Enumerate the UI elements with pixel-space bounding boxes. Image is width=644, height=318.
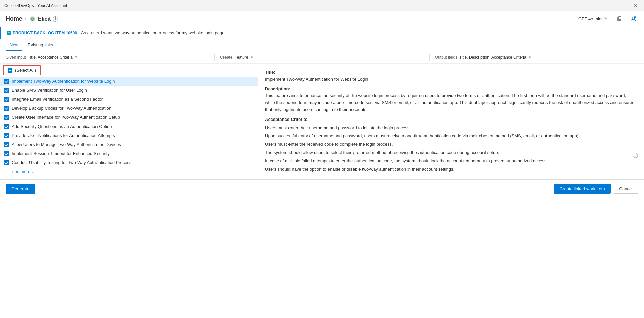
output-fields-group: Output fields Title, Description, Accept… [435,55,638,60]
acceptance-criteria-label: Acceptance Criteria: [265,117,307,122]
given-input-value: Title, Acceptance Criteria [28,55,73,60]
header-left: Home › Elicit i [6,15,58,22]
control-separator-1 [214,54,215,61]
cancel-button[interactable]: Cancel [614,184,638,194]
work-item-link[interactable]: PRODUCT BACKLOG ITEM 10606 [7,31,77,35]
description-label: Description: [265,86,291,91]
svg-rect-11 [8,33,10,33]
description-text: This feature aims to enhance the securit… [265,93,634,112]
tab-new[interactable]: New [6,39,22,51]
given-input-edit-icon[interactable]: ✎ [75,55,78,60]
criteria-item-2: Upon successful entry of username and pa… [265,133,637,140]
list-item[interactable]: Allow Users to Manage Two-Way Authentica… [0,140,258,149]
detail-pane: Title: Implement Two-Way Authentication … [258,64,644,179]
svg-text:1: 1 [635,16,636,18]
criteria-list: Users must enter their username and pass… [265,125,637,173]
list-item[interactable]: Develop Backup Codes for Two-Way Authent… [0,104,258,113]
item-checkbox-6[interactable] [4,124,9,129]
list-item[interactable]: Create User Interface for Two-Way Authen… [0,113,258,122]
select-all-label: (Select All) [15,68,36,73]
item-label-4: Develop Backup Codes for Two-Way Authent… [12,106,111,111]
tab-existing-links[interactable]: Existing links [24,39,57,51]
list-pane: (Select All) Implement Two-Way Authentic… [0,64,258,179]
criteria-item-1: Users must enter their username and pass… [265,125,637,132]
work-item-title: As a user I want two way authentication … [81,30,225,35]
create-group: Create Feature ✎ [220,55,424,60]
item-label-7: Provide User Notifications for Authentic… [12,133,115,138]
title-bar-text: Copilot4DevOps - Your AI Assistant [4,3,67,8]
item-checkbox-8[interactable] [4,142,9,147]
breadcrumb-current-text: Elicit [38,16,51,22]
gpt-selector[interactable]: GPT 4o mini [576,15,610,23]
header: Home › Elicit i GPT 4o mini [0,11,644,27]
create-edit-icon[interactable]: ✎ [250,55,254,60]
list-item[interactable]: Integrate Email Verification as a Second… [0,95,258,104]
create-value: Feature [234,55,248,60]
header-right: GPT 4o mini 1 [576,14,638,24]
item-checkbox-4[interactable] [4,106,9,111]
title-label: Title: [265,70,275,75]
output-fields-label: Output fields [435,55,457,60]
item-checkbox-2[interactable] [4,88,9,93]
detail-description-block: Description: This feature aims to enhanc… [265,86,637,113]
main-panes: (Select All) Implement Two-Way Authentic… [0,64,644,179]
list-item[interactable]: Enable SMS Verification for User Login [0,86,258,95]
user-icon-button[interactable]: 1 [628,14,638,24]
product-backlog-icon [7,31,11,35]
work-item-bar: PRODUCT BACKLOG ITEM 10606 As a user I w… [0,27,644,39]
select-all-checkbox[interactable] [8,68,12,73]
footer-right: Create linked work item Cancel [554,184,638,194]
detail-section: Title: Implement Two-Way Authentication … [265,69,637,173]
close-button[interactable]: ✕ [632,2,640,10]
gpt-label: GPT 4o mini [578,16,602,21]
list-item[interactable]: Add Security Questions as an Authenticat… [0,122,258,131]
item-checkbox-7[interactable] [4,133,9,138]
svg-rect-14 [633,153,636,156]
item-checkbox-3[interactable] [4,97,9,102]
criteria-item-5: In case of multiple failed attempts to e… [265,158,637,165]
item-label-5: Create User Interface for Two-Way Authen… [12,115,120,120]
see-more-link[interactable]: see more.... [0,167,258,178]
tabs: New Existing links [0,39,644,51]
breadcrumb-separator: › [25,17,26,21]
title-value: Implement Two-Way Authentication for Web… [265,77,368,82]
controls-row: Given input Title, Acceptance Criteria ✎… [0,51,644,64]
svg-rect-12 [8,34,9,34]
criteria-item-4: The system should allow users to select … [265,149,637,156]
copy-layout-button[interactable] [614,14,624,24]
detail-acceptance-block: Acceptance Criteria: Users must enter th… [265,116,637,173]
item-label-9: Implement Session Timeout for Enhanced S… [12,151,110,156]
item-checkbox-1[interactable] [4,79,9,84]
control-separator-2 [429,54,430,61]
svg-point-3 [33,18,34,19]
detail-title-block: Title: Implement Two-Way Authentication … [265,69,637,83]
generate-button[interactable]: Generate [6,184,35,194]
output-fields-edit-icon[interactable]: ✎ [528,55,532,60]
list-item[interactable]: Conduct Usability Testing for Two-Way Au… [0,158,258,167]
select-all-row[interactable]: (Select All) [3,65,41,75]
svg-rect-10 [8,32,10,33]
breadcrumb-home[interactable]: Home [6,15,22,22]
elicit-icon [29,16,36,22]
list-item[interactable]: Implement Two-Way Authentication for Web… [0,77,258,86]
item-checkbox-5[interactable] [4,115,9,120]
item-label-6: Add Security Questions as an Authenticat… [12,124,112,129]
list-item[interactable]: Provide User Notifications for Authentic… [0,131,258,140]
item-label-10: Conduct Usability Testing for Two-Way Au… [12,160,131,165]
list-item[interactable]: Implement Session Timeout for Enhanced S… [0,149,258,158]
item-label-3: Integrate Email Verification as a Second… [12,97,103,102]
criteria-item-3: Users must enter the received code to co… [265,141,637,148]
item-checkbox-9[interactable] [4,151,9,156]
svg-point-2 [31,18,33,19]
create-linked-work-item-button[interactable]: Create linked work item [554,184,611,194]
item-label-8: Allow Users to Manage Two-Way Authentica… [12,142,121,147]
copy-to-clipboard-icon[interactable] [632,152,638,159]
item-label-2: Enable SMS Verification for User Login [12,88,87,93]
info-icon[interactable]: i [53,16,58,22]
item-checkbox-10[interactable] [4,160,9,165]
svg-rect-5 [618,17,621,19]
footer: Generate Create linked work item Cancel [0,179,644,198]
given-input-group: Given input Title, Acceptance Criteria ✎ [6,55,209,60]
item-label-1: Implement Two-Way Authentication for Web… [12,79,115,84]
criteria-item-6: Users should have the option to enable o… [265,166,637,173]
